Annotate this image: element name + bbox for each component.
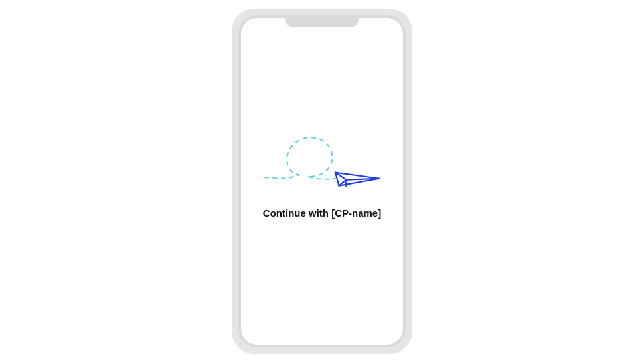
paper-plane-illustration [256, 124, 388, 203]
continue-button[interactable]: Continue with [CP-name] [263, 207, 381, 219]
phone-screen: Continue with [CP-name] [241, 18, 403, 345]
phone-bezel: Continue with [CP-name] [238, 15, 406, 347]
phone-frame: Continue with [CP-name] [232, 9, 412, 354]
paper-plane-icon [256, 124, 388, 203]
phone-notch [285, 15, 359, 27]
